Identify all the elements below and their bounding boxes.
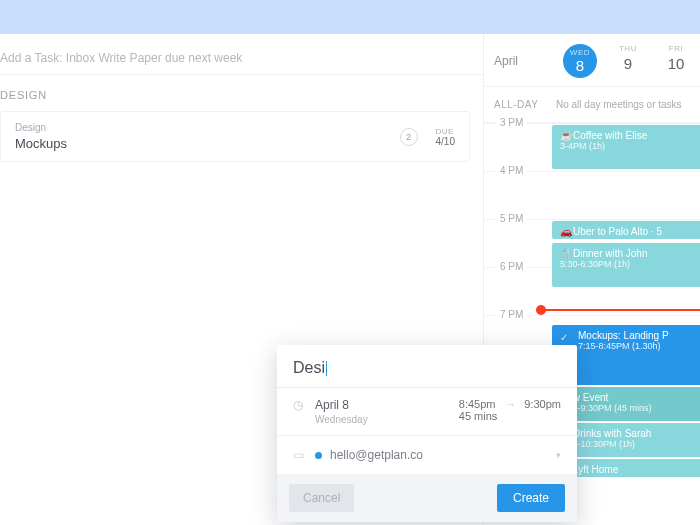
allday-text: No all day meetings or tasks bbox=[556, 99, 682, 110]
hour-row: 4 PM bbox=[484, 171, 700, 219]
invitee-email: hello@getplan.co bbox=[330, 448, 556, 462]
chevron-down-icon[interactable]: ▾ bbox=[556, 450, 561, 460]
task-card[interactable]: Design Mockups 2 DUE 4/10 bbox=[0, 111, 470, 162]
now-dot bbox=[536, 305, 546, 315]
due-date: 4/10 bbox=[436, 136, 455, 147]
cancel-button[interactable]: Cancel bbox=[289, 484, 354, 512]
arrow-icon: → bbox=[497, 398, 524, 410]
add-task-input[interactable]: Add a Task: Inbox Write Paper due next w… bbox=[0, 42, 483, 75]
event-end-time[interactable]: 9:30pm bbox=[524, 398, 561, 410]
calendar-event[interactable]: ☕Coffee with Elise3-4PM (1h) bbox=[552, 125, 700, 169]
task-title: Mockups bbox=[15, 136, 400, 151]
task-count-badge: 2 bbox=[400, 128, 418, 146]
hour-label: 6 PM bbox=[496, 261, 527, 272]
event-title-input[interactable]: Desi bbox=[277, 345, 577, 388]
create-button[interactable]: Create bbox=[497, 484, 565, 512]
task-project: Design bbox=[15, 122, 400, 133]
status-dot bbox=[315, 452, 322, 459]
calendar-header: April WED8THU9FRI10 bbox=[484, 34, 700, 87]
hour-label: 7 PM bbox=[496, 309, 527, 320]
due-label: DUE bbox=[436, 127, 455, 136]
allday-label: ALL-DAY bbox=[494, 99, 556, 110]
event-start-time[interactable]: 8:45pm 45 mins bbox=[459, 398, 498, 422]
day-10[interactable]: FRI10 bbox=[652, 44, 700, 78]
section-heading: DESIGN bbox=[0, 75, 483, 111]
day-9[interactable]: THU9 bbox=[604, 44, 652, 78]
create-event-modal: Desi ◷ April 8 Wednesday 8:45pm 45 mins … bbox=[277, 345, 577, 522]
calendar-icon: ▭ bbox=[293, 448, 315, 462]
calendar-event[interactable]: 🚗Uber to Palo Alto · 5 bbox=[552, 221, 700, 239]
invitee-row[interactable]: ▭ hello@getplan.co ▾ bbox=[277, 435, 577, 474]
calendar-event[interactable]: 🍴Dinner with John5:30-6:30PM (1h) bbox=[552, 243, 700, 287]
day-8[interactable]: WED8 bbox=[556, 44, 604, 78]
hour-label: 3 PM bbox=[496, 117, 527, 128]
hour-label: 5 PM bbox=[496, 213, 527, 224]
now-indicator bbox=[540, 309, 700, 311]
top-banner bbox=[0, 0, 700, 34]
event-date[interactable]: April 8 Wednesday bbox=[315, 398, 459, 425]
hour-label: 4 PM bbox=[496, 165, 527, 176]
check-icon: ✓ bbox=[560, 332, 574, 343]
clock-icon: ◷ bbox=[293, 398, 315, 412]
month-label: April bbox=[494, 54, 556, 68]
